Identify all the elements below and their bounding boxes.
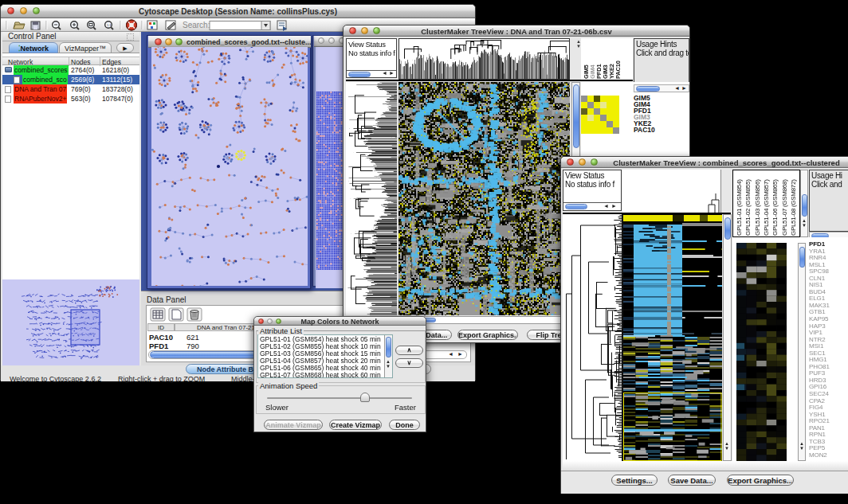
svg-text:1:1: 1:1 bbox=[107, 23, 112, 27]
